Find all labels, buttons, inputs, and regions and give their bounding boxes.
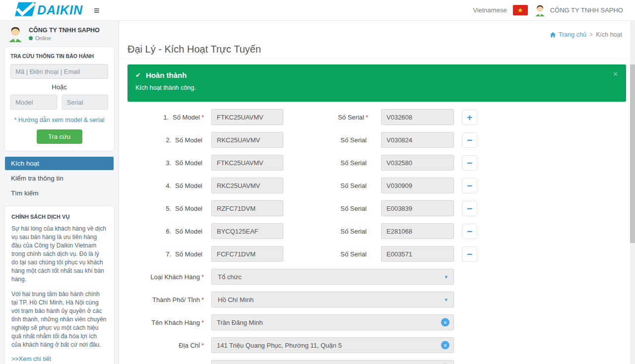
sidebar-item-search[interactable]: Tìm kiếm [5,186,114,200]
city-row: Thành Phố/ Tỉnh* Hồ Chí Minh ▾ [120,292,626,307]
policy-title: CHÍNH SÁCH DỊCH VỤ [11,214,107,220]
next-field-input[interactable] [211,360,454,364]
breadcrumb-separator: > [589,31,593,38]
row-index: 6. [166,228,171,235]
model-input[interactable] [211,109,283,125]
serial-input[interactable] [381,109,454,125]
model-label: 7.Số Model [120,250,211,258]
model-input[interactable] [211,132,283,148]
sidebar-menu: Kích hoạt Kiểm tra thông tin Tìm kiếm [5,157,114,200]
address-input[interactable] [211,337,454,353]
remove-row-button[interactable]: − [462,224,477,239]
chevron-down-icon: ▾ [444,274,447,280]
lookup-panel-title: TRA CỨU THÔNG TIN BẢO HÀNH [10,53,108,59]
model-label: 5.Số Model [120,205,211,212]
remove-row-button[interactable]: − [462,132,477,148]
serial-input[interactable] [381,132,454,148]
check-icon: ✔ [135,71,141,79]
row-index: 1. [163,114,169,121]
alert-close-icon[interactable]: ✕ [613,70,618,78]
lookup-serial-input[interactable] [62,95,109,110]
main-content: Trang chủ > Kích hoạt Đại Lý - Kích Hoạt… [120,21,635,364]
remove-row-button[interactable]: − [462,155,477,171]
minus-icon: − [467,158,472,168]
minus-icon: − [467,227,472,236]
breadcrumb-home-link[interactable]: Trang chủ [550,31,586,38]
model-serial-row: 5.Số Model Số Serial − [120,200,626,216]
serial-input[interactable] [381,155,454,171]
customer-name-row: Tên Khách Hàng* ✕ [120,314,626,330]
daikin-logo-mark-icon [15,2,36,18]
model-input[interactable] [211,178,283,193]
vietnam-flag-icon[interactable]: ★ [513,5,528,15]
minus-icon: − [467,249,472,259]
top-navbar: DAIKIN ≡ Vietnamese ★ CÔNG TY TNHH SAPHO [0,0,635,21]
required-asterisk: * [201,273,204,281]
service-policy-panel: CHÍNH SÁCH DỊCH VỤ Sự hài lòng của khách… [4,206,115,364]
address-label: Địa Chỉ* [120,342,211,349]
model-input[interactable] [211,246,283,262]
model-label: 1.Số Model* [120,114,211,121]
chevron-down-icon: ▾ [444,297,447,303]
clear-icon[interactable]: ✕ [441,341,449,350]
serial-label: Số Serial [283,228,375,235]
model-input[interactable] [211,200,283,216]
customer-type-select[interactable]: Tổ chức ▾ [211,269,454,285]
model-input[interactable] [211,223,283,239]
model-serial-row: 6.Số Model Số Serial − [120,223,626,239]
sidebar-avatar-icon [7,25,24,42]
success-alert: ✔ Hoàn thành Kích hoạt thành công. ✕ [127,64,626,102]
navbar-right: Vietnamese ★ CÔNG TY TNHH SAPHO [473,4,623,16]
policy-paragraph: Với hai trung tâm bảo hành chính tại TP.… [11,290,107,349]
navbar-user-menu[interactable]: CÔNG TY TNHH SAPHO [534,4,623,16]
daikin-logo[interactable]: DAIKIN [15,2,83,18]
sidebar-item-activate[interactable]: Kích hoạt [5,157,114,170]
customer-name-input[interactable] [211,314,454,330]
required-asterisk: * [201,319,204,326]
model-serial-guide-link[interactable]: * Hướng dẫn xem model & serial [10,117,108,123]
scrollbar-track[interactable] [630,21,635,364]
lookup-code-input[interactable] [10,64,108,79]
row-index: 5. [166,205,171,212]
lookup-model-input[interactable] [10,95,57,110]
breadcrumb: Trang chủ > Kích hoạt [550,31,622,38]
city-label: Thành Phố/ Tỉnh* [120,296,211,303]
serial-input[interactable] [381,246,454,262]
serial-input[interactable] [381,223,454,239]
model-label: 4.Số Model [120,182,211,189]
required-asterisk: * [201,342,204,349]
remove-row-button[interactable]: − [462,246,477,262]
language-selector[interactable]: Vietnamese [473,6,507,14]
sidebar-user-panel: CÔNG TY TNHH SAPHO Online [0,21,119,45]
minus-icon: − [467,181,472,190]
hamburger-menu-icon[interactable]: ≡ [94,5,100,15]
clear-icon[interactable]: ✕ [441,318,449,327]
model-label: 2.Số Model [120,136,211,144]
page-title: Đại Lý - Kích Hoạt Trực Tuyến [127,44,261,55]
remove-row-button[interactable]: − [462,178,477,193]
content-divider [120,59,629,59]
serial-label: Số Serial [283,250,375,258]
user-avatar-icon [534,4,546,16]
sidebar-item-check-info[interactable]: Kiểm tra thông tin [5,172,114,185]
brand-text: DAIKIN [37,3,83,17]
add-row-button[interactable]: + [462,110,477,125]
sidebar-user-status: Online [29,35,100,41]
serial-input[interactable] [381,178,454,193]
remove-row-button[interactable]: − [462,201,477,216]
lookup-submit-button[interactable]: Tra cứu [37,129,82,144]
model-input[interactable] [211,155,283,171]
serial-input[interactable] [381,200,454,216]
row-index: 7. [166,250,171,258]
city-select[interactable]: Hồ Chí Minh ▾ [211,292,454,307]
navbar-user-name: CÔNG TY TNHH SAPHO [550,6,623,14]
row-index: 3. [166,159,171,167]
policy-detail-link[interactable]: >>Xem chi tiết [11,356,107,363]
breadcrumb-home-label: Trang chủ [559,31,586,38]
required-asterisk: * [201,296,204,303]
scrollbar-thumb[interactable] [630,64,635,243]
activation-form: 1.Số Model* Số Serial* + 2.Số Model Số S… [120,109,626,364]
required-asterisk: * [201,114,204,121]
next-field-row: ✕ [120,360,626,364]
or-label: Hoặc [10,83,108,91]
